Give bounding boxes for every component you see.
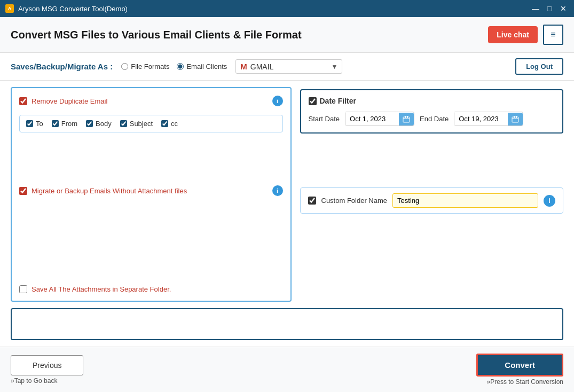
right-panel: Date Filter Start Date (300, 87, 564, 302)
minimize-button[interactable]: — (530, 3, 541, 14)
maximize-button[interactable]: □ (544, 3, 555, 14)
remove-duplicate-info-button[interactable]: i (272, 96, 283, 106)
fields-row: To From Body Subject (19, 115, 283, 132)
logout-button[interactable]: Log Out (515, 58, 563, 75)
custom-folder-input[interactable] (392, 193, 538, 208)
field-from-label: From (61, 120, 77, 128)
toolbar-row: Saves/Backup/Migrate As : File Formats E… (0, 53, 574, 81)
title-bar: A Aryson MSG Converter Tool(Demo) — □ ✕ (0, 0, 574, 17)
menu-icon: ≡ (551, 30, 555, 40)
right-spacer (300, 141, 564, 180)
svg-rect-7 (516, 116, 517, 118)
field-subject[interactable]: Subject (120, 120, 153, 128)
footer-right: Convert »Press to Start Conversion (476, 354, 563, 386)
migrate-row: Migrate or Backup Emails Without Attachm… (19, 185, 283, 196)
remove-duplicate-label: Remove Duplicate Email (32, 97, 107, 105)
header-right: Live chat ≡ (488, 25, 563, 45)
svg-rect-2 (405, 116, 406, 118)
previous-button[interactable]: Previous (11, 355, 83, 375)
footer-left: Previous »Tap to Go back (11, 355, 83, 385)
convert-hint: »Press to Start Conversion (487, 378, 563, 386)
custom-folder-label: Custom Folder Name (321, 197, 388, 205)
field-body[interactable]: Body (86, 120, 112, 128)
chevron-down-icon: ▼ (331, 63, 337, 70)
field-to[interactable]: To (26, 120, 43, 128)
field-cc-label: cc (171, 120, 178, 128)
main-panel: Remove Duplicate Email i To From (11, 87, 563, 302)
attachments-checkbox[interactable] (19, 285, 27, 293)
field-body-label: Body (96, 120, 112, 128)
remove-duplicate-row: Remove Duplicate Email i (19, 96, 283, 106)
remove-duplicate-option[interactable]: Remove Duplicate Email (19, 97, 107, 105)
end-date-input-wrap (454, 112, 523, 126)
file-formats-label: File Formats (131, 62, 169, 70)
gmail-logo-icon: M (240, 62, 247, 71)
menu-button[interactable]: ≡ (543, 25, 563, 45)
start-date-input[interactable] (345, 112, 399, 126)
start-date-input-wrap (345, 112, 414, 126)
left-panel: Remove Duplicate Email i To From (11, 87, 292, 302)
live-chat-button[interactable]: Live chat (488, 26, 538, 43)
title-bar-controls: — □ ✕ (530, 3, 569, 14)
footer: Previous »Tap to Go back Convert »Press … (0, 347, 574, 392)
date-filter-header: Date Filter (309, 97, 555, 105)
calendar-icon (512, 115, 519, 123)
end-date-calendar-button[interactable] (508, 113, 523, 126)
email-clients-label: Email Clients (186, 62, 227, 70)
page-title: Convert MSG Files to Various Email Clien… (11, 29, 302, 41)
convert-button[interactable]: Convert (476, 354, 563, 377)
svg-rect-6 (514, 116, 515, 118)
left-spacer2 (19, 205, 283, 277)
gmail-selector[interactable]: M GMAIL ▼ (235, 59, 342, 74)
migrate-info-button[interactable]: i (272, 185, 283, 196)
field-subject-label: Subject (130, 120, 153, 128)
date-filter-label: Date Filter (320, 97, 356, 105)
svg-rect-0 (403, 117, 410, 122)
content-area: Remove Duplicate Email i To From (0, 81, 574, 347)
file-formats-radio[interactable]: File Formats (121, 62, 169, 70)
custom-folder-section: Custom Folder Name i (300, 187, 564, 214)
date-filter-section: Date Filter Start Date (300, 89, 564, 134)
left-spacer (19, 141, 283, 177)
toolbar-left: Saves/Backup/Migrate As : File Formats E… (11, 59, 342, 74)
start-date-label: Start Date (309, 115, 340, 123)
app-title: Aryson MSG Converter Tool(Demo) (18, 5, 128, 13)
app-header: Convert MSG Files to Various Email Clien… (0, 17, 574, 53)
svg-rect-4 (512, 117, 518, 122)
end-date-label: End Date (420, 115, 449, 123)
field-cc[interactable]: cc (161, 120, 178, 128)
calendar-icon (403, 115, 410, 123)
gmail-text: GMAIL (250, 62, 328, 71)
radio-group: File Formats Email Clients (121, 62, 227, 70)
date-filter-checkbox[interactable] (309, 97, 317, 105)
attachments-label: Save All The Attachments in Separate Fol… (32, 285, 171, 293)
end-date-input[interactable] (454, 112, 508, 126)
start-date-calendar-button[interactable] (399, 113, 414, 126)
saves-label: Saves/Backup/Migrate As : (11, 62, 113, 71)
app-icon: A (5, 4, 14, 13)
attachments-option[interactable]: Save All The Attachments in Separate Fol… (19, 285, 283, 293)
custom-folder-checkbox[interactable] (308, 197, 316, 205)
email-clients-radio[interactable]: Email Clients (177, 62, 227, 70)
previous-hint: »Tap to Go back (11, 377, 57, 385)
migrate-label: Migrate or Backup Emails Without Attachm… (32, 187, 187, 195)
app-body: Convert MSG Files to Various Email Clien… (0, 17, 574, 392)
bottom-empty-section (11, 308, 563, 340)
right-spacer2 (300, 221, 564, 300)
date-row: Start Date (309, 112, 555, 126)
migrate-option[interactable]: Migrate or Backup Emails Without Attachm… (19, 187, 187, 195)
remove-duplicate-checkbox[interactable] (19, 97, 27, 105)
close-button[interactable]: ✕ (558, 3, 569, 14)
field-to-label: To (36, 120, 43, 128)
custom-folder-info-button[interactable]: i (544, 195, 555, 207)
svg-rect-3 (407, 116, 408, 118)
field-from[interactable]: From (52, 120, 77, 128)
title-bar-left: A Aryson MSG Converter Tool(Demo) (5, 4, 128, 13)
migrate-checkbox[interactable] (19, 187, 27, 195)
